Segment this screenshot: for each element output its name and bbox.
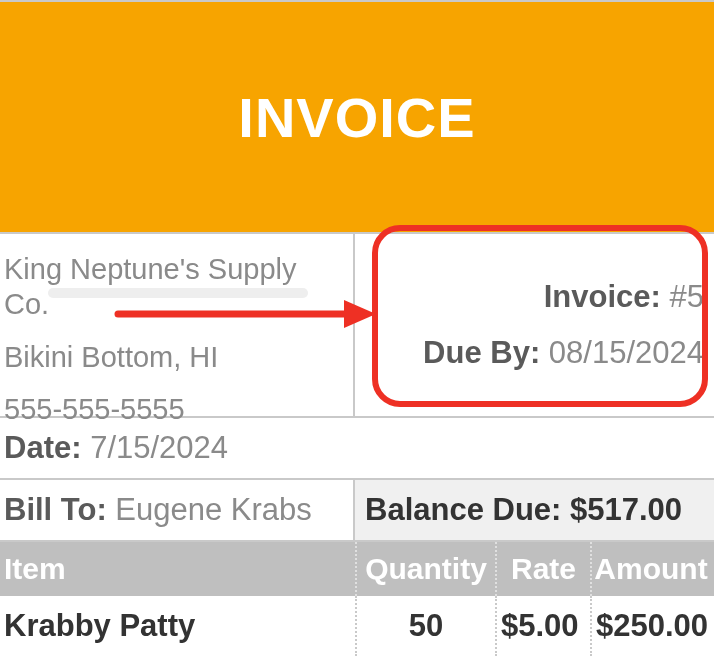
balance-due-value: $517.00 (570, 492, 682, 527)
th-rate: Rate (495, 542, 590, 596)
invoice-number-label: Invoice: (544, 279, 661, 314)
table-row: Krabby Patty 50 $5.00 $250.00 (0, 596, 714, 656)
date-value: 7/15/2024 (90, 430, 228, 465)
invoice-meta-block: Invoice: #5 Due By: 08/15/2024 (355, 234, 714, 416)
td-rate: $5.00 (495, 596, 590, 656)
billto-name: Eugene Krabs (115, 492, 311, 527)
invoice-number-line: Invoice: #5 (544, 279, 704, 315)
due-by-value: 08/15/2024 (549, 335, 704, 370)
items-table-header: Item Quantity Rate Amount (0, 542, 714, 596)
due-by-line: Due By: 08/15/2024 (423, 335, 704, 371)
info-section: King Neptune's Supply Co. Bikini Bottom,… (0, 232, 714, 418)
invoice-header: INVOICE (0, 0, 714, 232)
balance-due-label: Balance Due: (365, 492, 561, 527)
th-item: Item (0, 542, 355, 596)
td-item: Krabby Patty (0, 596, 355, 656)
billto-row: Bill To: Eugene Krabs Balance Due: $517.… (0, 480, 714, 542)
vendor-name: King Neptune's Supply Co. (4, 252, 345, 322)
due-by-label: Due By: (423, 335, 540, 370)
td-amount: $250.00 (590, 596, 714, 656)
billto-label: Bill To: (4, 492, 107, 527)
vendor-block: King Neptune's Supply Co. Bikini Bottom,… (0, 234, 355, 416)
vendor-phone: 555-555-5555 (4, 392, 345, 427)
invoice-title: INVOICE (238, 85, 475, 150)
td-quantity: 50 (355, 596, 495, 656)
balance-due-cell: Balance Due: $517.00 (355, 480, 714, 540)
th-quantity: Quantity (355, 542, 495, 596)
billto-cell: Bill To: Eugene Krabs (0, 480, 355, 540)
invoice-number-value: #5 (670, 279, 704, 314)
vendor-address: Bikini Bottom, HI (4, 340, 345, 375)
th-amount: Amount (590, 542, 714, 596)
date-row: Date: 7/15/2024 (0, 418, 714, 480)
date-label: Date: (4, 430, 82, 465)
